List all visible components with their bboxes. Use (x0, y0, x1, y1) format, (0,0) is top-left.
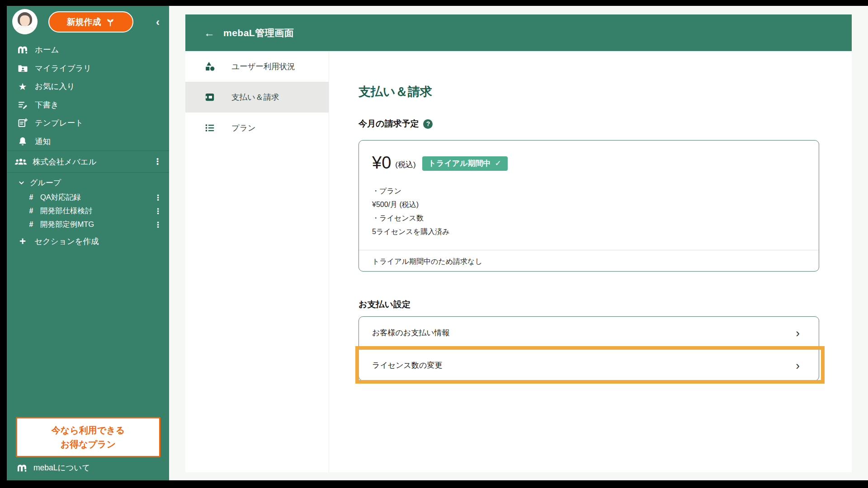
list-icon (203, 122, 216, 134)
group-item-dev-mtg[interactable]: # 開発部定例MTG ⋮ (7, 218, 169, 231)
new-create-button[interactable]: 新規作成 (48, 11, 133, 33)
sidebar-item-label: 下書き (35, 99, 59, 110)
chevron-right-icon: › (796, 360, 800, 371)
sidebar-item-label: お気に入り (35, 81, 75, 92)
group-item-menu-button[interactable]: ⋮ (154, 194, 162, 202)
trial-status-badge: トライアル期間中 ✓ (422, 156, 508, 171)
chevron-down-icon (18, 177, 25, 188)
payment-info-label: お客様のお支払い情報 (372, 328, 450, 338)
promo-banner[interactable]: 今なら利用できる お得なプラン (16, 417, 160, 457)
plus-icon: + (17, 236, 28, 247)
create-section-button[interactable]: + セクションを作成 (7, 233, 169, 249)
admin-title: mebaL管理画面 (223, 27, 294, 39)
sidebar-item-label: 通知 (35, 136, 51, 147)
new-create-button-label: 新規作成 (67, 16, 101, 28)
license-change-row[interactable]: ライセンス数の変更 › (359, 349, 819, 381)
star-icon: ★ (17, 80, 28, 92)
payment-settings-card: お客様のお支払い情報 › ライセンス数の変更 › (359, 316, 819, 381)
sidebar-divider (7, 172, 169, 173)
group-item-qa[interactable]: # QA対応記録 ⋮ (7, 191, 169, 204)
workspace-row[interactable]: 株式会社メバエル ⋮ (7, 151, 169, 172)
sidebar-item-label: ホーム (35, 44, 59, 55)
hash-icon: # (28, 221, 35, 229)
admin-nav: ユーザー利用状況 支払い＆請求 プラン (185, 51, 329, 472)
sprout-icon (105, 16, 115, 28)
group-item-label: 開発部仕様検討 (40, 206, 93, 216)
workspace-label: 株式会社メバエル (33, 156, 97, 167)
hash-icon: # (28, 207, 35, 215)
billing-detail-line: ・プラン (372, 184, 450, 198)
group-item-label: QA対応記録 (40, 192, 81, 202)
logo-m-icon (16, 462, 28, 474)
billing-card: ¥0 (税込) トライアル期間中 ✓ ・プラン ¥500/月 (税込) ・ライセ… (359, 140, 819, 272)
avatar-face (20, 15, 30, 26)
chevron-right-icon: › (796, 327, 800, 339)
avatar-body (16, 27, 34, 34)
page-title: 支払い＆請求 (359, 84, 432, 100)
hash-icon: # (28, 193, 35, 202)
template-plus-icon (17, 117, 28, 129)
sidebar-item-label: テンプレート (35, 117, 83, 128)
trial-badge-label: トライアル期間中 (429, 159, 491, 168)
card-divider (359, 250, 819, 250)
admin-nav-plan[interactable]: プラン (185, 113, 329, 143)
shapes-icon (203, 60, 216, 73)
amount-row: ¥0 (税込) トライアル期間中 ✓ (372, 154, 508, 171)
admin-header-bar: ← mebaL管理画面 (185, 14, 852, 51)
sidebar-item-my-library[interactable]: マイライブラリ (7, 59, 169, 78)
promo-line1: 今なら利用できる (52, 423, 125, 437)
billing-detail-line: ・ライセンス数 (372, 211, 450, 225)
sidebar-item-templates[interactable]: テンプレート (7, 114, 169, 132)
sidebar-item-label: マイライブラリ (35, 63, 91, 74)
group-item-menu-button[interactable]: ⋮ (154, 221, 162, 229)
help-icon[interactable]: ? (423, 119, 433, 129)
admin-nav-label: 支払い＆請求 (231, 92, 279, 103)
admin-nav-usage[interactable]: ユーザー利用状況 (185, 51, 329, 82)
admin-nav-label: ユーザー利用状況 (231, 61, 295, 72)
logo-m-icon (17, 44, 28, 56)
billing-heading-row: 今月の請求予定 ? (359, 118, 433, 130)
create-section-label: セクションを作成 (34, 236, 99, 247)
group-item-menu-button[interactable]: ⋮ (154, 207, 162, 215)
sidebar-item-home[interactable]: ホーム (7, 41, 169, 59)
payment-info-row[interactable]: お客様のお支払い情報 › (359, 317, 819, 349)
sidebar-nav: ホーム マイライブラリ ★ お気に入り 下書き (7, 41, 169, 150)
sidebar-item-favorites[interactable]: ★ お気に入り (7, 77, 169, 96)
admin-nav-billing[interactable]: 支払い＆請求 (185, 82, 329, 113)
promo-line2: お得なプラン (61, 437, 116, 451)
draft-pencil-icon (17, 99, 28, 111)
bell-icon (17, 136, 28, 147)
folder-user-icon (17, 62, 28, 74)
group-item-dev-spec[interactable]: # 開発部仕様検討 ⋮ (7, 204, 169, 218)
people-icon (14, 156, 28, 168)
back-button[interactable]: ← (204, 28, 215, 38)
user-avatar[interactable] (12, 9, 38, 34)
about-mebal-label: mebaLについて (33, 462, 90, 473)
sidebar-item-drafts[interactable]: 下書き (7, 96, 169, 114)
billing-details: ・プラン ¥500/月 (税込) ・ライセンス数 5ライセンスを購入済み (372, 184, 450, 239)
billing-footer-note: トライアル期間中のため請求なし (372, 257, 482, 267)
billing-amount: ¥0 (372, 154, 391, 171)
wallet-icon (203, 91, 216, 103)
sidebar-item-notifications[interactable]: 通知 (7, 132, 169, 151)
check-icon: ✓ (495, 159, 501, 168)
about-mebal-link[interactable]: mebaLについて (7, 459, 169, 477)
sidebar: 新規作成 ‹ ホーム マイライブラリ ★ お気に入り (7, 6, 169, 480)
tax-label: (税込) (395, 160, 415, 171)
group-item-label: 開発部定例MTG (40, 220, 94, 230)
admin-nav-label: プラン (231, 122, 256, 133)
workspace-menu-button[interactable]: ⋮ (153, 157, 162, 166)
main-content: 支払い＆請求 今月の請求予定 ? ¥0 (税込) トライアル期間中 ✓ ・プラン… (329, 51, 852, 472)
collapse-sidebar-button[interactable]: ‹ (151, 16, 164, 28)
billing-heading: 今月の請求予定 (359, 118, 419, 130)
group-section-label: グループ (30, 178, 61, 188)
payment-settings-heading: お支払い設定 (359, 299, 410, 310)
billing-detail-line: 5ライセンスを購入済み (372, 225, 450, 239)
app-window: 新規作成 ‹ ホーム マイライブラリ ★ お気に入り (7, 6, 868, 480)
group-section-toggle[interactable]: グループ (7, 175, 169, 190)
billing-detail-line: ¥500/月 (税込) (372, 198, 450, 211)
license-change-label: ライセンス数の変更 (372, 360, 442, 371)
